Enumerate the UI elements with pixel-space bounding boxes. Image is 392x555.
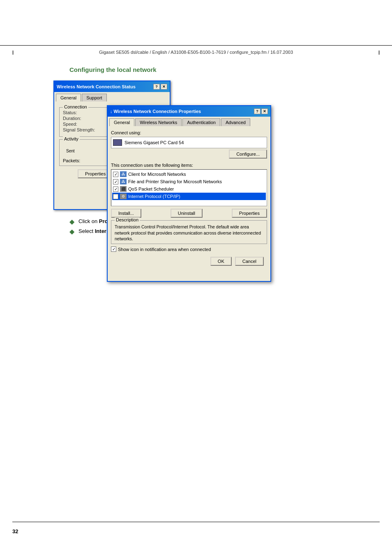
list-item-selected[interactable]: ✓ ⚙ Internet Protocol (TCP/IP)	[112, 193, 266, 200]
connect-using-section: Connect using: Siemens Gigaset PC Card 5…	[111, 129, 267, 161]
item-checkbox-2[interactable]: ✓	[113, 187, 118, 192]
connection-label: Connection	[63, 104, 88, 109]
install-button[interactable]: Install...	[111, 209, 141, 218]
list-item: ✓ 🖧 Client for Microsoft Networks	[112, 170, 266, 178]
configure-button[interactable]: Configure...	[229, 150, 267, 159]
status-label: Status:	[63, 110, 77, 115]
page-number: 32	[12, 528, 18, 534]
install-buttons: Install... Uninstall Properties	[111, 209, 267, 218]
uninstall-button[interactable]: Uninstall	[171, 209, 203, 218]
properties-tabs: General Wireless Networks Authentication…	[108, 117, 270, 126]
pipe-left: |	[12, 50, 14, 55]
bottom-line	[12, 522, 380, 522]
adapter-name: Siemens Gigaset PC Card 54	[125, 140, 184, 145]
tab-advanced[interactable]: Advanced	[221, 118, 250, 126]
description-label: Description	[115, 217, 140, 222]
tab-authentication[interactable]: Authentication	[182, 118, 220, 126]
tab-wireless-networks[interactable]: Wireless Networks	[135, 118, 182, 126]
title-buttons: ? ✕	[153, 84, 167, 90]
properties-title-buttons: ? ✕	[254, 108, 268, 114]
help-button[interactable]: ?	[153, 84, 160, 90]
adapter-box: Siemens Gigaset PC Card 54	[111, 137, 267, 148]
close-button[interactable]: ✕	[161, 84, 167, 90]
list-item: ✓ ⬛ QoS Packet Scheduler	[112, 185, 266, 193]
show-icon-row: ✓ Show icon in notification area when co…	[111, 246, 267, 252]
show-icon-label: Show icon in notification area when conn…	[118, 247, 211, 252]
show-icon-checkbox[interactable]: ✓	[111, 246, 116, 252]
tab-general[interactable]: General	[109, 118, 134, 126]
bullet-icon-2: ◆	[69, 228, 74, 235]
item-checkbox-1[interactable]: ✓	[113, 179, 118, 184]
item-icon-2: ⬛	[120, 186, 127, 192]
properties-dialog: ↓ Wireless Network Connection Properties…	[107, 105, 271, 282]
sent-label: Sent	[66, 149, 75, 153]
header: | Gigaset SE505 dsl/cable / English / A3…	[0, 45, 392, 59]
item-icon-1: 🖧	[120, 179, 127, 184]
item-icon-3: ⚙	[120, 193, 127, 199]
tab-support[interactable]: Support	[82, 94, 107, 101]
cancel-button[interactable]: Cancel	[235, 257, 264, 266]
item-label-2: QoS Packet Scheduler	[128, 187, 174, 191]
items-list[interactable]: ✓ 🖧 Client for Microsoft Networks ✓ 🖧 Fi…	[111, 169, 267, 206]
properties-title: ↓ Wireless Network Connection Properties	[110, 109, 254, 114]
status-dialog-titlebar: Wireless Network Connection Status ? ✕	[54, 81, 170, 92]
status-tabs: General Support	[54, 92, 170, 101]
description-box: Description Transmission Control Protoco…	[111, 220, 267, 244]
properties-content: Connect using: Siemens Gigaset PC Card 5…	[108, 126, 270, 272]
status-dialog-title: Wireless Network Connection Status	[57, 84, 153, 89]
description-text: Transmission Control Protocol/Internet P…	[115, 224, 263, 242]
content-area: Wireless Network Connection Status ? ✕ G…	[53, 81, 392, 210]
section-title: Configuring the local network	[69, 66, 392, 73]
item-checkbox-3[interactable]: ✓	[113, 194, 118, 199]
item-checkbox-0[interactable]: ✓	[113, 172, 118, 177]
item-label-1: File and Printer Sharing for Microsoft N…	[128, 179, 222, 184]
item-label-3: Internet Protocol (TCP/IP)	[128, 194, 180, 199]
properties-help-button[interactable]: ?	[254, 108, 261, 114]
item-properties-button[interactable]: Properties	[232, 209, 267, 218]
packets-label: Packets:	[63, 158, 80, 163]
adapter-icon	[113, 139, 122, 146]
header-text: Gigaset SE505 dsl/cable / English / A310…	[99, 50, 293, 55]
speed-label: Speed:	[63, 122, 77, 127]
ok-cancel-buttons: OK Cancel	[111, 254, 267, 268]
list-item: ✓ 🖧 File and Printer Sharing for Microso…	[112, 178, 266, 185]
item-label-0: Client for Microsoft Networks	[128, 172, 186, 177]
ok-button[interactable]: OK	[210, 257, 232, 266]
duration-label: Duration:	[63, 116, 81, 121]
activity-label: Activity	[63, 136, 80, 141]
item-icon-0: 🖧	[120, 171, 127, 177]
pipe-right: |	[378, 50, 380, 55]
items-label: This connection uses the following items…	[111, 163, 267, 168]
signal-label: Signal Strength:	[63, 127, 95, 132]
tab-general[interactable]: General	[56, 94, 81, 101]
properties-titlebar: ↓ Wireless Network Connection Properties…	[108, 106, 270, 117]
connect-using-label: Connect using:	[111, 130, 141, 135]
bullet-icon-1: ◆	[69, 218, 74, 226]
configure-btn-row: Configure...	[111, 150, 267, 159]
properties-close-button[interactable]: ✕	[261, 108, 268, 114]
